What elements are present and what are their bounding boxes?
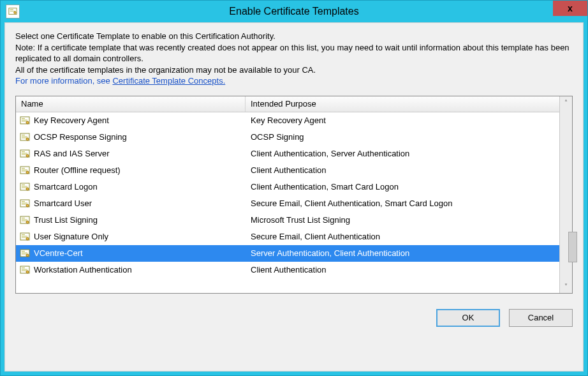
svg-rect-25 — [22, 184, 25, 185]
svg-point-3 — [14, 11, 17, 14]
instructions: Select one Certificate Template to enabl… — [15, 31, 573, 87]
certificate-template-icon — [20, 182, 30, 192]
svg-point-38 — [26, 221, 29, 223]
table-row[interactable]: Smartcard Logon Client Authentication, S… — [16, 179, 559, 195]
svg-rect-36 — [22, 219, 27, 220]
svg-rect-21 — [22, 169, 27, 170]
vertical-scrollbar[interactable]: ˄ ˅ — [559, 96, 572, 293]
cell-name: Workstation Authentication — [16, 265, 246, 275]
cell-name: Smartcard User — [16, 199, 246, 209]
instructions-more: For more information, see Certificate Te… — [15, 75, 573, 87]
svg-point-33 — [26, 204, 29, 207]
more-info-link[interactable]: Certificate Template Concepts. — [112, 76, 225, 86]
row-purpose: Client Authentication, Server Authentica… — [251, 149, 409, 158]
cell-name: OCSP Response Signing — [16, 132, 246, 142]
svg-rect-35 — [22, 218, 25, 218]
row-purpose: Secure Email, Client Authentication — [251, 232, 380, 241]
instructions-line1: Select one Certificate Template to enabl… — [15, 31, 573, 42]
cell-purpose: Client Authentication — [246, 265, 559, 274]
certificate-template-icon — [20, 232, 30, 242]
row-purpose: Client Authentication — [251, 265, 327, 274]
svg-rect-41 — [22, 236, 27, 236]
row-name: Trust List Signing — [34, 215, 98, 225]
svg-rect-40 — [22, 234, 25, 235]
list-main: Name Intended Purpose Key Recovery Agent… — [16, 96, 559, 293]
cell-purpose: Microsoft Trust List Signing — [246, 215, 559, 225]
table-row[interactable]: Smartcard User Secure Email, Client Auth… — [16, 195, 559, 212]
svg-rect-20 — [22, 168, 25, 169]
dialog-window: Enable Certificate Templates x Select on… — [0, 0, 588, 376]
table-row[interactable]: Trust List Signing Microsoft Trust List … — [16, 212, 559, 229]
cell-name: Router (Offline request) — [16, 165, 246, 176]
svg-point-53 — [26, 271, 29, 273]
scroll-thumb[interactable] — [568, 232, 577, 262]
svg-rect-1 — [10, 10, 13, 10]
cell-purpose: Secure Email, Client Authentication, Sma… — [246, 199, 559, 208]
svg-rect-45 — [22, 251, 25, 252]
instructions-line2: Note: If a certificate template that was… — [15, 42, 573, 64]
certificate-template-icon — [20, 149, 30, 159]
row-name: Smartcard User — [34, 199, 92, 208]
svg-point-28 — [26, 188, 29, 190]
cell-purpose: OCSP Signing — [246, 132, 559, 142]
row-purpose: Client Authentication, Smart Card Logon — [251, 182, 399, 192]
svg-point-48 — [26, 254, 29, 257]
certificate-template-icon — [20, 132, 30, 142]
table-row[interactable]: OCSP Response Signing OCSP Signing — [16, 129, 559, 146]
template-listbox: Name Intended Purpose Key Recovery Agent… — [15, 96, 573, 294]
scroll-up-button[interactable]: ˄ — [560, 96, 572, 109]
table-row[interactable]: Workstation Authentication Client Authen… — [16, 262, 559, 278]
table-row[interactable]: Key Recovery Agent Key Recovery Agent — [16, 112, 559, 129]
table-row[interactable]: Router (Offline request) Client Authenti… — [16, 162, 559, 179]
cell-purpose: Client Authentication, Smart Card Logon — [246, 182, 559, 192]
header-purpose[interactable]: Intended Purpose — [246, 96, 559, 112]
close-button[interactable]: x — [553, 1, 587, 16]
svg-rect-11 — [22, 136, 27, 137]
svg-point-8 — [26, 121, 29, 124]
svg-point-18 — [26, 154, 29, 157]
svg-rect-6 — [22, 119, 27, 120]
row-purpose: Server Authentication, Client Authentica… — [251, 248, 409, 258]
cell-name: User Signature Only — [16, 232, 246, 242]
row-purpose: Microsoft Trust List Signing — [251, 215, 350, 225]
row-purpose: OCSP Signing — [251, 132, 304, 142]
table-row[interactable]: User Signature Only Secure Email, Client… — [16, 229, 559, 245]
cell-purpose: Key Recovery Agent — [246, 116, 559, 125]
cell-purpose: Secure Email, Client Authentication — [246, 232, 559, 241]
svg-rect-5 — [22, 118, 25, 119]
row-name: VCentre-Cert — [34, 248, 83, 258]
row-purpose: Client Authentication — [251, 165, 327, 175]
more-info-prefix: For more information, see — [15, 76, 112, 86]
table-row[interactable]: VCentre-Cert Server Authentication, Clie… — [16, 245, 559, 262]
cell-name: VCentre-Cert — [16, 248, 246, 259]
svg-point-13 — [26, 138, 29, 140]
header-name[interactable]: Name — [16, 96, 246, 112]
row-purpose: Secure Email, Client Authentication, Sma… — [251, 199, 453, 208]
certificate-template-icon — [20, 116, 30, 126]
row-name: Smartcard Logon — [34, 182, 98, 192]
row-name: RAS and IAS Server — [34, 149, 110, 158]
cancel-button[interactable]: Cancel — [509, 309, 573, 327]
certificate-template-icon — [20, 215, 30, 225]
ok-button[interactable]: OK — [436, 309, 500, 327]
row-purpose: Key Recovery Agent — [251, 116, 326, 125]
cell-name: RAS and IAS Server — [16, 149, 246, 159]
cell-name: Smartcard Logon — [16, 182, 246, 192]
svg-rect-15 — [22, 151, 25, 152]
rows-container: Key Recovery Agent Key Recovery Agent OC… — [16, 112, 559, 293]
svg-rect-16 — [22, 153, 27, 153]
table-row[interactable]: RAS and IAS Server Client Authentication… — [16, 146, 559, 162]
svg-rect-30 — [22, 201, 25, 202]
svg-rect-46 — [22, 252, 27, 253]
window-title: Enable Certificate Templates — [229, 6, 358, 17]
cell-purpose: Server Authentication, Client Authentica… — [246, 248, 559, 258]
svg-rect-26 — [22, 186, 27, 186]
row-name: Router (Offline request) — [34, 165, 121, 175]
scroll-down-button[interactable]: ˅ — [560, 280, 572, 293]
row-name: User Signature Only — [34, 232, 108, 241]
row-name: Key Recovery Agent — [34, 116, 109, 125]
svg-rect-50 — [22, 267, 25, 268]
titlebar: Enable Certificate Templates x — [1, 1, 587, 22]
row-name: OCSP Response Signing — [34, 132, 127, 142]
cell-name: Key Recovery Agent — [16, 116, 246, 126]
